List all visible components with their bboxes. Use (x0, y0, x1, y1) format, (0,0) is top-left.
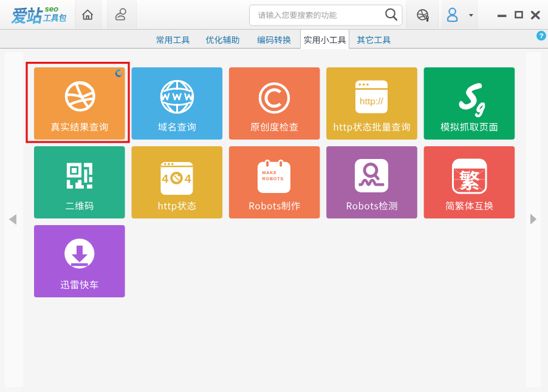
svg-text:seo: seo (45, 4, 58, 13)
svg-text:4: 4 (185, 172, 191, 185)
svg-text:http://: http:// (360, 96, 383, 106)
svg-text:?: ? (539, 32, 543, 39)
svg-text:4: 4 (162, 172, 169, 185)
svg-text:ROBOTS: ROBOTS (262, 176, 284, 181)
svg-text:MAKE: MAKE (262, 170, 277, 175)
